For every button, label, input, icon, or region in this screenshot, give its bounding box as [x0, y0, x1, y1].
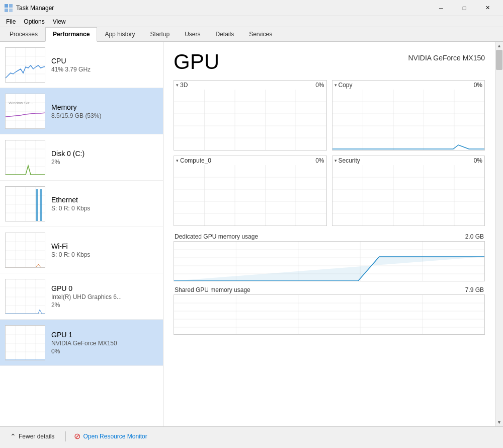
- memory-info: Memory 8.5/15.9 GB (53%): [51, 103, 158, 119]
- charts-grid: ▾ 3D 0%: [174, 80, 485, 226]
- memory-name: Memory: [51, 103, 158, 111]
- ethernet-name: Ethernet: [51, 196, 158, 204]
- ethernet-stat: S: 0 R: 0 Kbps: [51, 205, 158, 212]
- detail-header: GPU NVIDIA GeForce MX150: [174, 50, 485, 74]
- sidebar-item-gpu0[interactable]: GPU 0 Intel(R) UHD Graphics 6... 2%: [0, 273, 163, 320]
- ethernet-info: Ethernet S: 0 R: 0 Kbps: [51, 196, 158, 212]
- chevron-3d-icon: ▾: [176, 83, 179, 88]
- main-content: CPU 41% 3.79 GHz Window Siz... Mem: [0, 42, 503, 426]
- cpu-graph: [5, 47, 45, 83]
- svg-rect-29: [36, 189, 38, 221]
- tab-startup[interactable]: Startup: [142, 27, 177, 42]
- dedicated-memory-value: 2.0 GB: [465, 233, 484, 240]
- scrollbar[interactable]: ▲ ▼: [495, 42, 503, 426]
- chart-3d-area: [174, 90, 326, 150]
- gpu1-graph: [5, 325, 45, 360]
- menu-options[interactable]: Options: [20, 17, 48, 26]
- chart-security-label: Security: [339, 157, 360, 164]
- menu-view[interactable]: View: [49, 17, 70, 26]
- sidebar-item-cpu[interactable]: CPU 41% 3.79 GHz: [0, 42, 163, 88]
- svg-rect-1: [9, 4, 13, 8]
- svg-rect-0: [5, 4, 8, 8]
- scroll-up-arrow[interactable]: ▲: [495, 42, 504, 50]
- sidebar-item-memory[interactable]: Window Siz... Memory 8.5/15.9 GB (53%): [0, 88, 163, 134]
- bottom-divider: [65, 431, 66, 441]
- svg-rect-30: [40, 189, 42, 221]
- chart-security-header: ▾ Security 0%: [332, 156, 485, 165]
- gpu1-stat2: 0%: [51, 348, 158, 355]
- disk-graph: [5, 140, 45, 175]
- gpu1-name: GPU 1: [51, 331, 158, 339]
- tabbar: Processes Performance App history Startu…: [0, 27, 503, 42]
- tab-details[interactable]: Details: [208, 27, 241, 42]
- open-resource-monitor-label: Open Resource Monitor: [83, 433, 147, 440]
- chart-compute: ▾ Compute_0 0%: [174, 156, 327, 226]
- chart-3d-label: 3D: [180, 82, 188, 89]
- wifi-stat: S: 0 R: 0 Kbps: [51, 251, 158, 258]
- gpu0-stat1: Intel(R) UHD Graphics 6...: [51, 293, 158, 301]
- detail-outer: GPU NVIDIA GeForce MX150 ▾ 3D 0%: [163, 42, 503, 426]
- memory-graph: Window Siz...: [5, 94, 45, 129]
- shared-memory-value: 7.9 GB: [465, 286, 484, 293]
- scroll-thumb[interactable]: [496, 50, 502, 70]
- svg-rect-2: [5, 9, 8, 12]
- bottombar: ⌃ Fewer details ⊘ Open Resource Monitor: [0, 426, 503, 445]
- window-controls: ─ □ ✕: [430, 0, 499, 16]
- gpu0-stat2: 2%: [51, 302, 158, 309]
- shared-memory-section: Shared GPU memory usage 7.9 GB: [174, 286, 485, 335]
- menu-file[interactable]: File: [2, 17, 20, 26]
- tab-app-history[interactable]: App history: [97, 27, 142, 42]
- wifi-info: Wi-Fi S: 0 R: 0 Kbps: [51, 242, 158, 258]
- cpu-name: CPU: [51, 57, 158, 65]
- chart-copy-percent: 0%: [474, 82, 482, 89]
- gpu1-info: GPU 1 NVIDIA GeForce MX150 0%: [51, 331, 158, 355]
- memory-stat: 8.5/15.9 GB (53%): [51, 112, 158, 119]
- maximize-button[interactable]: □: [453, 0, 476, 16]
- scroll-track[interactable]: [495, 50, 503, 418]
- sidebar-item-gpu1[interactable]: GPU 1 NVIDIA GeForce MX150 0%: [0, 320, 163, 366]
- chevron-copy-icon: ▾: [334, 83, 337, 88]
- chart-compute-header: ▾ Compute_0 0%: [174, 156, 326, 165]
- chart-copy-header: ▾ Copy 0%: [332, 81, 485, 90]
- shared-memory-header: Shared GPU memory usage 7.9 GB: [174, 286, 485, 294]
- minimize-button[interactable]: ─: [430, 0, 453, 16]
- gpu0-graph: [5, 279, 45, 314]
- fewer-details-icon: ⌃: [10, 432, 16, 440]
- dedicated-memory-header: Dedicated GPU memory usage 2.0 GB: [174, 233, 485, 241]
- shared-memory-chart: [174, 294, 485, 335]
- chart-compute-label: Compute_0: [180, 157, 211, 164]
- sidebar-item-ethernet[interactable]: Ethernet S: 0 R: 0 Kbps: [0, 181, 163, 227]
- tab-processes[interactable]: Processes: [2, 27, 45, 42]
- fewer-details-label: Fewer details: [19, 433, 54, 440]
- fewer-details-button[interactable]: ⌃ Fewer details: [7, 431, 57, 442]
- sidebar: CPU 41% 3.79 GHz Window Siz... Mem: [0, 42, 163, 426]
- gpu1-stat1: NVIDIA GeForce MX150: [51, 340, 158, 347]
- sidebar-item-disk[interactable]: Disk 0 (C:) 2%: [0, 134, 163, 181]
- chart-security-percent: 0%: [474, 157, 482, 164]
- gpu0-name: GPU 0: [51, 284, 158, 292]
- chevron-security-icon: ▾: [334, 158, 337, 163]
- disk-stat: 2%: [51, 159, 158, 166]
- tab-services[interactable]: Services: [241, 27, 280, 42]
- dedicated-memory-chart: [174, 241, 485, 281]
- dedicated-memory-section: Dedicated GPU memory usage 2.0 GB: [174, 233, 485, 281]
- gpu-title: GPU: [174, 50, 219, 74]
- chart-security-area: [332, 165, 485, 226]
- shared-memory-label: Shared GPU memory usage: [175, 286, 250, 293]
- disk-name: Disk 0 (C:): [51, 150, 158, 158]
- tab-users[interactable]: Users: [177, 27, 208, 42]
- open-resource-monitor-button[interactable]: ⊘ Open Resource Monitor: [74, 431, 147, 441]
- close-button[interactable]: ✕: [476, 0, 499, 16]
- scroll-down-arrow[interactable]: ▼: [495, 418, 504, 426]
- resource-monitor-icon: ⊘: [74, 431, 80, 441]
- chart-3d-percent: 0%: [315, 82, 324, 89]
- tab-performance[interactable]: Performance: [45, 27, 97, 42]
- window-title: Task Manager: [16, 5, 430, 12]
- gpu-subtitle: NVIDIA GeForce MX150: [408, 54, 485, 62]
- menubar: File Options View: [0, 16, 503, 27]
- sidebar-item-wifi[interactable]: Wi-Fi S: 0 R: 0 Kbps: [0, 227, 163, 273]
- chart-copy-label: Copy: [339, 82, 353, 89]
- ethernet-graph: [5, 186, 45, 221]
- chevron-compute-icon: ▾: [176, 158, 179, 163]
- cpu-stat: 41% 3.79 GHz: [51, 66, 158, 73]
